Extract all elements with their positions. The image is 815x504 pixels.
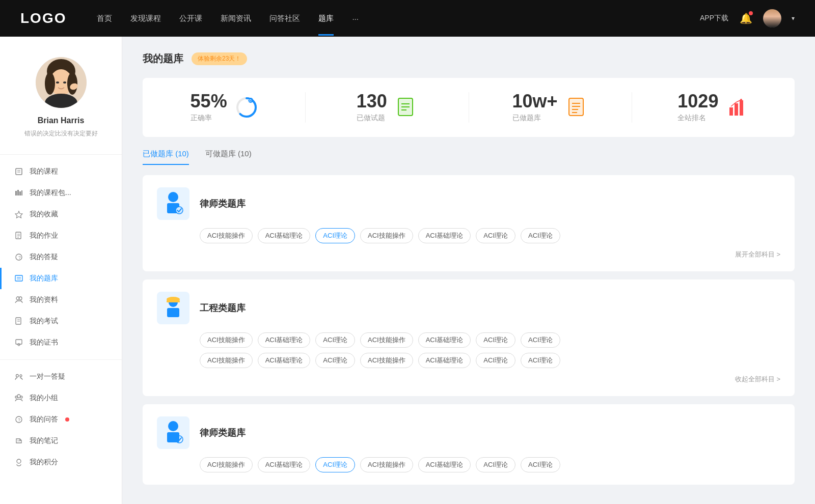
qbank-tag-2-1[interactable]: ACI基础理论: [258, 457, 311, 472]
qbank-tag-0-5[interactable]: ACI理论: [476, 228, 515, 243]
qbank-tag-1r2-2[interactable]: ACI理论: [315, 353, 355, 368]
svg-point-5: [45, 72, 55, 95]
qbank-tag-0-1[interactable]: ACI基础理论: [258, 228, 311, 243]
avatar-dropdown-chevron[interactable]: ▾: [792, 15, 795, 22]
qbank-tags-2: ACI技能操作 ACI基础理论 ACI理论 ACI技能操作 ACI基础理论 AC…: [200, 457, 780, 472]
sidebar-item-coursebundle[interactable]: 我的课程包...: [0, 182, 122, 204]
qbank-tag-0-4[interactable]: ACI基础理论: [418, 228, 471, 243]
mycert-icon: [14, 338, 23, 347]
sidebar-item-label-mygroup: 我的小组: [30, 394, 58, 403]
qbank-tag-1r2-5[interactable]: ACI理论: [476, 353, 515, 368]
sidebar-item-myqbank[interactable]: 我的题库: [0, 268, 122, 289]
qbank-tag-2-5[interactable]: ACI理论: [476, 457, 515, 472]
svg-rect-61: [740, 100, 743, 116]
qbank-tag-1r2-1[interactable]: ACI基础理论: [258, 353, 311, 368]
sidebar-item-mycourse[interactable]: 我的课程: [0, 161, 122, 182]
svg-text:55: 55: [248, 99, 252, 102]
qbank-tag-1-3[interactable]: ACI技能操作: [360, 332, 413, 348]
mygroup-icon: [14, 394, 23, 403]
svg-rect-73: [167, 432, 179, 442]
nav-qa[interactable]: 问答社区: [269, 14, 300, 23]
svg-rect-60: [735, 103, 738, 116]
qbank-tag-2-0[interactable]: ACI技能操作: [200, 457, 253, 472]
sidebar-item-label-mynotes: 我的笔记: [30, 436, 58, 445]
sidebar-item-myquestion[interactable]: ? 我的问答: [0, 409, 122, 430]
sidebar-item-label-coursebundle: 我的课程包...: [30, 188, 71, 198]
sidebar-item-homework[interactable]: 我的作业: [0, 225, 122, 246]
svg-point-38: [15, 396, 17, 398]
qbank-expand-0[interactable]: 展开全部科目 >: [735, 250, 780, 258]
homework-icon: [14, 231, 23, 240]
qbank-tag-1r2-4[interactable]: ACI基础理论: [418, 353, 471, 368]
qbank-tag-1-0[interactable]: ACI技能操作: [200, 332, 253, 348]
sidebar-item-label-myquestion: 我的问答: [30, 415, 58, 424]
sidebar-item-onetoone[interactable]: 一对一答疑: [0, 366, 122, 387]
notification-bell[interactable]: 🔔: [739, 11, 753, 25]
nav-qbank[interactable]: 题库: [318, 14, 334, 23]
svg-point-39: [20, 396, 22, 398]
svg-point-37: [17, 395, 20, 398]
qbank-tag-0-3[interactable]: ACI技能操作: [360, 228, 413, 243]
sidebar-item-myqa[interactable]: ? 我的答疑: [0, 246, 122, 268]
sidebar-item-label-mypoints: 我的积分: [30, 458, 58, 467]
qbank-tag-1-6[interactable]: ACI理论: [521, 332, 560, 348]
qbank-icon-lawyer-2: [157, 416, 189, 449]
sidebar-item-mydata[interactable]: 我的资料: [0, 289, 122, 311]
qbank-tag-0-2[interactable]: ACI理论: [315, 228, 355, 243]
svg-point-63: [168, 192, 178, 202]
qbank-tags-row2-1: ACI技能操作 ACI基础理论 ACI理论 ACI技能操作 ACI基础理论 AC…: [200, 353, 780, 368]
svg-rect-13: [15, 191, 17, 195]
qbank-tag-2-4[interactable]: ACI基础理论: [418, 457, 471, 472]
qbank-tag-2-6[interactable]: ACI理论: [521, 457, 560, 472]
avatar[interactable]: [763, 9, 781, 27]
sidebar-item-label-onetoone: 一对一答疑: [30, 372, 65, 381]
qbank-tag-0-0[interactable]: ACI技能操作: [200, 228, 253, 243]
page-header: 我的题库 体验剩余23天！: [143, 52, 795, 66]
myqbank-icon: [14, 274, 23, 283]
svg-rect-71: [167, 308, 179, 317]
qbank-tag-1r2-6[interactable]: ACI理论: [521, 353, 560, 368]
nav-opencourse[interactable]: 公开课: [179, 14, 202, 23]
svg-rect-59: [729, 107, 733, 116]
qbank-tag-1-5[interactable]: ACI理论: [476, 332, 515, 348]
nav-home[interactable]: 首页: [97, 14, 112, 23]
qbank-tag-1r2-0[interactable]: ACI技能操作: [200, 353, 253, 368]
app-download-button[interactable]: APP下载: [700, 14, 728, 23]
notification-dot: [749, 11, 753, 15]
sidebar-item-mynotes[interactable]: 我的笔记: [0, 430, 122, 452]
svg-text:?: ?: [18, 417, 20, 423]
qbank-tag-0-6[interactable]: ACI理论: [521, 228, 560, 243]
svg-point-8: [63, 81, 66, 83]
sidebar-motto: 错误的决定比没有决定要好: [24, 129, 98, 138]
qbank-tag-2-2[interactable]: ACI理论: [315, 457, 355, 472]
tab-available[interactable]: 可做题库 (10): [205, 149, 252, 165]
qbank-tag-1-4[interactable]: ACI基础理论: [418, 332, 471, 348]
svg-point-72: [168, 421, 178, 431]
sidebar-item-myexam[interactable]: 我的考试: [0, 311, 122, 332]
sidebar-item-label-homework: 我的作业: [30, 231, 58, 240]
sidebar-item-mypoints[interactable]: 我的积分: [0, 452, 122, 473]
nav-discover[interactable]: 发现课程: [130, 14, 161, 23]
sidebar-menu: 我的课程 我的课程包... 我的收藏 我的作业: [0, 161, 122, 473]
stats-card: 55% 正确率 55 130 已做试题: [143, 78, 795, 137]
sidebar-item-mycert[interactable]: 我的证书: [0, 332, 122, 353]
sidebar-item-label-myqbank: 我的题库: [30, 274, 58, 283]
sidebar-item-label-mycourse: 我的课程: [30, 167, 58, 176]
qbank-expand-1[interactable]: 收起全部科目 >: [735, 375, 780, 383]
mycourse-icon: [14, 167, 23, 176]
qbank-tag-2-3[interactable]: ACI技能操作: [360, 457, 413, 472]
qbank-tag-1-1[interactable]: ACI基础理论: [258, 332, 311, 348]
main-layout: Brian Harris 错误的决定比没有决定要好 我的课程 我的课程包...: [0, 37, 815, 504]
qbank-icon-lawyer-0: [157, 187, 189, 220]
qbank-tag-1r2-3[interactable]: ACI技能操作: [360, 353, 413, 368]
favorites-icon: [14, 210, 23, 219]
nav-more[interactable]: ···: [352, 14, 359, 23]
tab-done[interactable]: 已做题库 (10): [143, 149, 189, 165]
svg-rect-70: [167, 300, 180, 302]
nav-news[interactable]: 新闻资讯: [221, 14, 251, 23]
qbank-tag-1-2[interactable]: ACI理论: [315, 332, 355, 348]
sidebar-item-mygroup[interactable]: 我的小组: [0, 387, 122, 409]
svg-marker-17: [15, 211, 22, 218]
sidebar-item-favorites[interactable]: 我的收藏: [0, 204, 122, 225]
rank-icon: [726, 96, 749, 119]
